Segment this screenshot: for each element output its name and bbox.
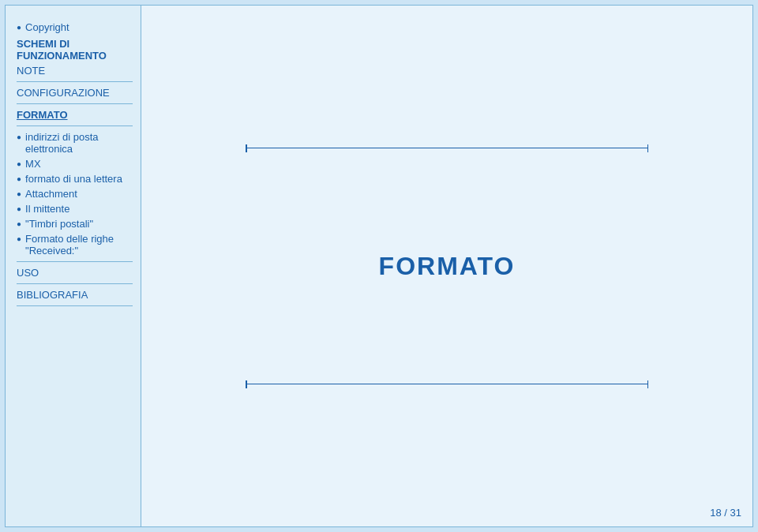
sidebar-label-formato-righe: Formato delle righe "Received:" <box>25 233 133 257</box>
divider-6 <box>17 305 133 306</box>
sidebar-label-formato: FORMATO <box>17 109 68 121</box>
doc-bottom-line <box>246 384 648 384</box>
sidebar-label-configurazione: CONFIGURAZIONE <box>17 87 110 99</box>
divider-5 <box>17 283 133 284</box>
divider-2 <box>17 103 133 104</box>
divider-3 <box>17 126 133 126</box>
sidebar-item-formato-righe[interactable]: Formato delle righe "Received:" <box>17 233 133 257</box>
sidebar-label-timbri: "Timbri postali" <box>25 218 93 230</box>
sidebar-item-indirizzi[interactable]: indirizzi di posta elettronica <box>17 131 133 155</box>
page-number: 18 / 31 <box>710 507 741 519</box>
sidebar: Copyright SCHEMI DI FUNZIONAMENTO NOTE C… <box>6 6 141 526</box>
sidebar-label-schemi: SCHEMI DI FUNZIONAMENTO <box>17 38 133 62</box>
sidebar-label-indirizzi: indirizzi di posta elettronica <box>25 131 133 155</box>
sidebar-item-note[interactable]: NOTE <box>17 65 133 77</box>
sidebar-label-note: NOTE <box>17 65 45 77</box>
sidebar-item-formato-lettera[interactable]: formato di una lettera <box>17 173 133 185</box>
sidebar-item-mittente[interactable]: Il mittente <box>17 203 133 215</box>
main-content: FORMATO <box>141 6 752 526</box>
sidebar-item-bibliografia[interactable]: BIBLIOGRAFIA <box>17 289 133 301</box>
sidebar-label-mittente: Il mittente <box>25 203 69 215</box>
doc-container: FORMATO <box>238 148 656 384</box>
sidebar-item-formato[interactable]: FORMATO <box>17 109 133 121</box>
sidebar-item-timbri[interactable]: "Timbri postali" <box>17 218 133 230</box>
doc-title: FORMATO <box>379 252 516 281</box>
sidebar-label-uso: USO <box>17 267 39 279</box>
sidebar-item-schemi[interactable]: SCHEMI DI FUNZIONAMENTO <box>17 38 133 62</box>
divider-4 <box>17 261 133 262</box>
sidebar-label-copyright: Copyright <box>25 21 69 33</box>
sidebar-label-mx: MX <box>25 158 41 170</box>
sidebar-item-uso[interactable]: USO <box>17 267 133 279</box>
sidebar-item-copyright[interactable]: Copyright <box>17 21 133 33</box>
sidebar-label-bibliografia: BIBLIOGRAFIA <box>17 289 88 301</box>
sidebar-item-mx[interactable]: MX <box>17 158 133 170</box>
sidebar-label-formato-lettera: formato di una lettera <box>25 173 122 185</box>
sidebar-item-configurazione[interactable]: CONFIGURAZIONE <box>17 87 133 99</box>
sidebar-label-attachment: Attachment <box>25 188 77 200</box>
sidebar-item-attachment[interactable]: Attachment <box>17 188 133 200</box>
outer-frame: Copyright SCHEMI DI FUNZIONAMENTO NOTE C… <box>5 5 753 527</box>
doc-top-line <box>246 148 648 148</box>
divider-1 <box>17 81 133 82</box>
